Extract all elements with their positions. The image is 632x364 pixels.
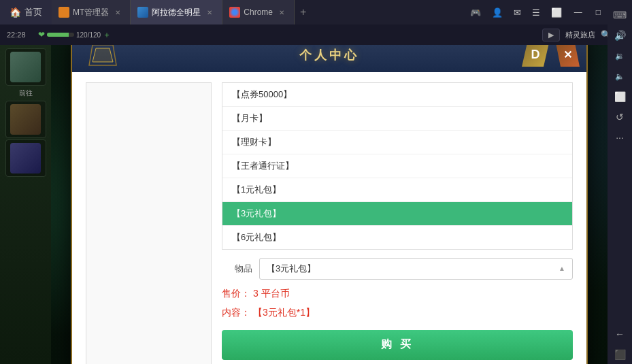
top-bar: 🏠 首页 MT管理器 ✕ 阿拉德全明星 ✕ Chrome ✕ + 🎮 👤 ✉ ☰… — [0, 0, 632, 24]
right-btn-volume-mid[interactable]: 🔉 — [610, 46, 630, 65]
right-btn-home[interactable]: ⬛ — [610, 345, 630, 364]
side-left-item-3[interactable] — [5, 139, 46, 177]
time-display: 22:28 — [7, 31, 34, 39]
modal-close-button[interactable]: ✕ — [556, 45, 580, 67]
side-item-img-1 — [10, 52, 41, 82]
game-icon — [137, 7, 148, 18]
menu-icon[interactable]: ☰ — [528, 5, 544, 20]
store-text: 精灵旅店 — [565, 30, 595, 40]
dropdown-item-gift1[interactable]: 【1元礼包】 — [222, 178, 572, 202]
modal-columns: 【点券50000】 【月卡】 【理财卡】 【王者通行证】 — [86, 82, 573, 365]
modal-body: 【点券50000】 【月卡】 【理财卡】 【王者通行证】 — [72, 72, 586, 365]
health-add-button[interactable]: ＋ — [103, 29, 111, 41]
user-icon[interactable]: 👤 — [488, 5, 507, 20]
side-right-panel: ⌨ 🔊 🔉 🔈 ⬜ ↺ ··· ← ⬛ — [608, 0, 632, 364]
address-input[interactable]: ▶ — [542, 29, 560, 42]
health-icon: ❤ — [38, 30, 45, 39]
side-left-panel: 前往 — [0, 45, 51, 364]
buy-button[interactable]: 购 买 — [222, 330, 573, 360]
right-btn-more[interactable]: ··· — [610, 128, 630, 147]
tab-game-label: 阿拉德全明星 — [152, 7, 201, 18]
tab-chrome[interactable]: Chrome ✕ — [222, 0, 295, 24]
category-list — [86, 82, 212, 365]
field-label: 物品 — [222, 263, 252, 275]
health-bar — [47, 33, 74, 37]
right-btn-screen[interactable]: ⬜ — [610, 87, 630, 106]
tab-mt-label: MT管理器 — [73, 7, 109, 18]
price-display: 售价： 3 平台币 — [222, 288, 573, 300]
dropdown-list: 【点券50000】 【月卡】 【理财卡】 【王者通行证】 — [222, 82, 573, 250]
header-left-decoration — [86, 45, 120, 69]
right-column: 【点券50000】 【月卡】 【理财卡】 【王者通行证】 — [222, 82, 573, 365]
dropdown-item-monthly[interactable]: 【月卡】 — [222, 107, 572, 131]
health-bar-wrap: ❤ 120/120 ＋ — [38, 29, 111, 41]
field-select-value: 【3元礼包】 — [267, 263, 316, 275]
screen-icon[interactable]: ⬜ — [547, 5, 566, 20]
dropdown-item-pass[interactable]: 【王者通行证】 — [222, 154, 572, 178]
dropdown-item-finance[interactable]: 【理财卡】 — [222, 131, 572, 154]
tab-chrome-close[interactable]: ✕ — [276, 7, 287, 18]
main-content: 个人中心 D ✕ — [51, 45, 608, 364]
home-label: 首页 — [24, 6, 42, 18]
side-left-item-2[interactable] — [5, 101, 46, 138]
tab-mt-close[interactable]: ✕ — [112, 7, 123, 18]
content-label: 内容： — [222, 307, 250, 318]
right-btn-keyboard[interactable]: ⌨ — [610, 5, 630, 24]
right-btn-rotate[interactable]: ↺ — [610, 107, 630, 127]
tab-add-button[interactable]: + — [295, 6, 312, 18]
health-fill — [47, 33, 69, 37]
mail-icon[interactable]: ✉ — [510, 5, 525, 20]
dropdown-item-gift6[interactable]: 【6元礼包】 — [222, 226, 572, 249]
modal-title: 个人中心 — [299, 47, 359, 63]
right-btn-back[interactable]: ← — [610, 325, 630, 344]
side-item-img-3 — [10, 143, 41, 173]
minimize-button[interactable]: — — [569, 5, 588, 20]
home-tab[interactable]: 🏠 首页 — [0, 0, 52, 24]
price-label: 售价： — [222, 288, 250, 299]
modal-close-deco: D ✕ — [522, 45, 580, 67]
chrome-icon — [229, 7, 240, 18]
right-btn-volume-down[interactable]: 🔈 — [610, 67, 630, 86]
field-row: 物品 【3元礼包】 ▲ — [222, 258, 573, 280]
modal-overlay: 个人中心 D ✕ — [51, 45, 608, 364]
price-value: 3 平台币 — [253, 288, 290, 299]
tab-group: MT管理器 ✕ 阿拉德全明星 ✕ Chrome ✕ + — [52, 0, 312, 24]
dropdown-arrow-icon: ▲ — [559, 265, 565, 272]
content-value: 【3元礼包*1】 — [253, 307, 315, 318]
tab-mt[interactable]: MT管理器 ✕ — [52, 0, 131, 24]
right-btn-volume-up[interactable]: 🔊 — [610, 26, 630, 45]
front-label: 前往 — [19, 87, 33, 99]
health-text: 120/120 — [76, 31, 101, 39]
home-icon: 🏠 — [10, 7, 21, 18]
gamepad-icon[interactable]: 🎮 — [466, 5, 485, 20]
category-placeholder — [86, 83, 211, 365]
content-display: 内容： 【3元礼包*1】 — [222, 307, 573, 319]
tab-chrome-label: Chrome — [244, 7, 273, 17]
mt-icon — [59, 7, 69, 18]
modal-window: 个人中心 D ✕ — [71, 45, 588, 364]
tab-game-close[interactable]: ✕ — [204, 7, 215, 18]
side-item-img-2 — [10, 104, 41, 135]
modal-header: 个人中心 D ✕ — [72, 45, 586, 72]
dropdown-item-gift3[interactable]: 【3元礼包】 — [222, 202, 572, 226]
deco-d-shape: D — [522, 45, 549, 67]
header-deco-left — [86, 45, 120, 69]
second-bar: 22:28 ❤ 120/120 ＋ ▶ 精灵旅店 🔍 ⚙ — [0, 24, 632, 45]
tab-game[interactable]: 阿拉德全明星 ✕ — [131, 0, 222, 24]
maximize-button[interactable]: □ — [591, 5, 606, 20]
svg-marker-1 — [93, 48, 113, 62]
field-select[interactable]: 【3元礼包】 ▲ — [259, 258, 573, 280]
side-left-item-1[interactable] — [5, 48, 46, 86]
dropdown-item-points[interactable]: 【点券50000】 — [222, 83, 572, 107]
